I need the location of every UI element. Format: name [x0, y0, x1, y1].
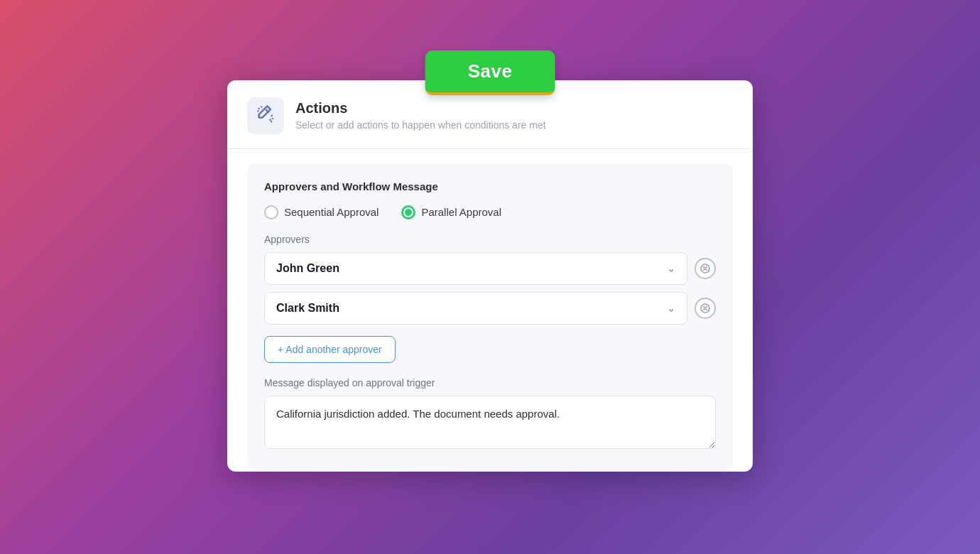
chevron-down-icon-2: ⌄ — [667, 303, 675, 314]
section-title: Approvers and Workflow Message — [264, 180, 716, 192]
message-label: Message displayed on approval trigger — [264, 377, 716, 389]
approver-1-select[interactable]: John Green ⌄ — [264, 252, 687, 285]
message-textarea[interactable] — [264, 396, 716, 449]
add-approver-button[interactable]: + Add another approver — [264, 336, 396, 363]
modal-card: Actions Select or add actions to happen … — [227, 80, 753, 472]
approver-2-name: Clark Smith — [276, 302, 339, 315]
approvers-label: Approvers — [264, 234, 716, 245]
actions-icon-box — [247, 97, 284, 134]
remove-approver-1-button[interactable] — [695, 258, 716, 279]
outer-wrapper: Save — [227, 80, 753, 489]
actions-subtitle: Select or add actions to happen when con… — [295, 119, 546, 131]
approval-type-group: Sequential Approval Parallel Approval — [264, 205, 716, 219]
remove-approver-2-button[interactable] — [695, 298, 716, 319]
parallel-label: Parallel Approval — [421, 206, 501, 218]
workflow-section: Approvers and Workflow Message Sequentia… — [247, 163, 733, 472]
svg-point-0 — [258, 107, 260, 109]
chevron-down-icon-1: ⌄ — [667, 263, 675, 274]
actions-title-group: Actions Select or add actions to happen … — [295, 100, 546, 131]
sequential-radio[interactable] — [264, 205, 278, 219]
sequential-label: Sequential Approval — [284, 206, 379, 218]
parallel-radio[interactable] — [401, 205, 415, 219]
save-button[interactable]: Save — [425, 50, 555, 95]
parallel-approval-option[interactable]: Parallel Approval — [401, 205, 501, 219]
approver-2-select[interactable]: Clark Smith ⌄ — [264, 292, 687, 325]
circle-x-icon-2 — [700, 303, 710, 313]
actions-title: Actions — [295, 100, 546, 116]
save-button-wrapper: Save — [425, 50, 555, 95]
approver-row-1: John Green ⌄ — [264, 252, 716, 285]
sequential-approval-option[interactable]: Sequential Approval — [264, 205, 379, 219]
circle-x-icon-1 — [700, 264, 710, 273]
svg-point-1 — [261, 106, 262, 107]
approver-1-name: John Green — [276, 262, 339, 275]
magic-wand-icon — [256, 104, 276, 127]
approver-row-2: Clark Smith ⌄ — [264, 292, 716, 325]
svg-point-2 — [257, 110, 258, 112]
